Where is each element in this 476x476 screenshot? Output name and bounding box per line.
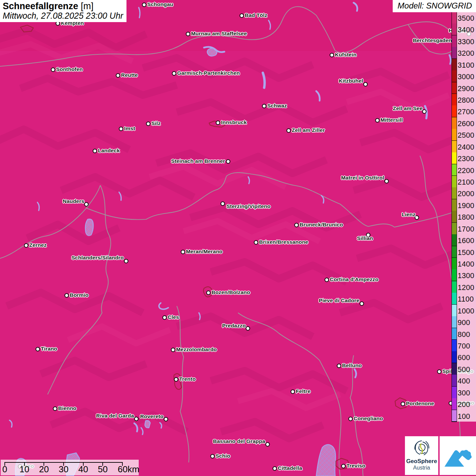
city-label-layer: SchongauBad TölzKemptenMurnau am Staffel… bbox=[0, 0, 476, 476]
title-parameter: Schneefallgrenze bbox=[3, 1, 78, 11]
legend-cell bbox=[452, 105, 457, 117]
model-label-box: Modell: SNOWGRID bbox=[393, 0, 476, 12]
city-label: Treviso bbox=[346, 463, 366, 469]
legend-cell bbox=[452, 152, 457, 164]
city-dot bbox=[124, 259, 129, 264]
legend-cell bbox=[452, 23, 457, 35]
city-label: Reutte bbox=[121, 72, 138, 78]
city-dot bbox=[51, 68, 55, 72]
city-label: Sillian bbox=[357, 235, 373, 241]
city-dot bbox=[226, 159, 231, 164]
city-label: Schongau bbox=[147, 1, 173, 7]
legend-cell bbox=[452, 59, 457, 71]
city-label: Pordenone bbox=[406, 401, 434, 407]
legend-cell bbox=[452, 293, 457, 305]
scale-number: 30 bbox=[59, 464, 69, 475]
city-label: Kufstein bbox=[335, 52, 357, 58]
city-label: Trento bbox=[179, 376, 196, 382]
legend-cell bbox=[452, 211, 457, 223]
city-label: Kitzbühel bbox=[339, 78, 363, 84]
city-label: Sterzing/Vipiteno bbox=[226, 203, 271, 209]
legend-cell bbox=[452, 199, 457, 211]
city-label: Berchtesgaden bbox=[413, 37, 452, 44]
city-dot bbox=[273, 466, 277, 471]
city-dot bbox=[171, 348, 175, 352]
city-label: Cittadella bbox=[278, 465, 302, 471]
city-dot bbox=[363, 82, 368, 87]
city-label: Bad Tölz bbox=[245, 12, 267, 18]
legend-cell bbox=[452, 234, 457, 246]
city-label: Mezzolombardo bbox=[176, 346, 217, 353]
city-label: Imst bbox=[124, 125, 135, 132]
city-dot bbox=[206, 291, 211, 295]
legend-color-bar bbox=[452, 12, 457, 422]
title-datetime: Mittwoch, 27.08.2025 23:00 Uhr bbox=[3, 11, 123, 20]
geosphere-logo: GeoSphere Austria bbox=[405, 436, 438, 475]
city-dot bbox=[210, 454, 215, 459]
city-label: Rovereto bbox=[140, 413, 164, 420]
legend-cell bbox=[452, 35, 457, 47]
city-dot bbox=[325, 278, 329, 282]
legend-cell bbox=[452, 246, 457, 258]
city-dot bbox=[375, 118, 380, 123]
city-dot bbox=[174, 377, 178, 382]
city-dot bbox=[254, 240, 258, 245]
city-dot bbox=[119, 127, 123, 131]
legend-cell bbox=[452, 340, 457, 352]
legend-cell bbox=[452, 129, 457, 141]
city-label: Bormio bbox=[70, 292, 88, 298]
city-label: Brixen/Bressanone bbox=[259, 239, 308, 245]
city-label: Murnau am Staffelsee bbox=[191, 31, 247, 37]
city-dot bbox=[93, 149, 97, 153]
city-label: Predazzo bbox=[222, 323, 246, 329]
city-label: Mittersill bbox=[380, 117, 403, 123]
city-dot bbox=[262, 104, 267, 108]
city-label: Bienno bbox=[58, 405, 76, 411]
city-label: Cortina d'Ampezzo bbox=[330, 276, 378, 283]
city-dot bbox=[360, 302, 364, 306]
scale-number: 10 bbox=[19, 464, 29, 475]
city-dot bbox=[186, 32, 190, 36]
legend-cell bbox=[452, 141, 457, 153]
map-title-box: Schneefallgrenze [m] Mittwoch, 27.08.202… bbox=[0, 0, 126, 22]
legend-cell bbox=[452, 351, 457, 363]
legend-cell bbox=[452, 117, 457, 129]
city-dot bbox=[246, 326, 250, 331]
city-label: Steinach am Brenner bbox=[171, 158, 225, 164]
city-label: Silz bbox=[151, 120, 161, 126]
city-label: Zernez bbox=[29, 242, 47, 248]
city-dot bbox=[65, 293, 69, 298]
scale-number: 0 bbox=[2, 464, 7, 475]
legend-cell bbox=[452, 12, 457, 24]
city-dot bbox=[266, 442, 270, 447]
scale-number: 60km bbox=[118, 464, 139, 475]
legend-background-strip bbox=[457, 12, 476, 422]
city-dot bbox=[146, 122, 151, 126]
legend-cell bbox=[452, 281, 457, 293]
city-label: Riva del Garda bbox=[96, 413, 134, 419]
city-dot bbox=[172, 71, 176, 76]
city-label: Bruneck/Brunico bbox=[300, 222, 343, 228]
legend-cell bbox=[452, 316, 457, 328]
city-label: Bozen/Bolzano bbox=[211, 289, 250, 295]
city-label: Sonthofen bbox=[56, 66, 83, 72]
partner-logo bbox=[440, 436, 476, 475]
city-label: Garmisch-Partenkirchen bbox=[177, 70, 240, 76]
city-dot bbox=[348, 417, 353, 421]
city-dot bbox=[385, 179, 389, 184]
city-dot bbox=[291, 390, 295, 394]
city-dot bbox=[36, 347, 40, 352]
legend-cell bbox=[452, 305, 457, 317]
legend-cell bbox=[452, 70, 457, 82]
geosphere-country: Austria bbox=[405, 464, 438, 471]
city-dot bbox=[181, 250, 185, 254]
scale-number: 50 bbox=[98, 464, 108, 475]
city-label: Schio bbox=[216, 453, 230, 459]
city-label: Schwaz bbox=[267, 103, 287, 109]
contour-fingerprint-icon bbox=[412, 439, 431, 457]
city-dot bbox=[240, 14, 244, 18]
legend-cell bbox=[452, 387, 457, 398]
city-label: Matrei in Osttirol bbox=[341, 175, 384, 181]
city-label: Innsbruck bbox=[221, 119, 247, 125]
city-label: Meran/Merano bbox=[186, 249, 222, 255]
